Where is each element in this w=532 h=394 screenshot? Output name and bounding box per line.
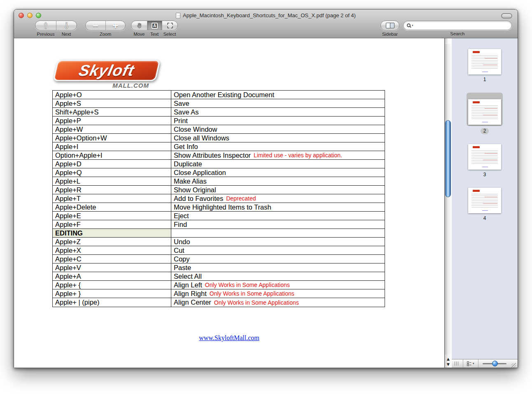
search-field[interactable]: ▾ (403, 21, 512, 30)
action-cell: Undo (171, 238, 385, 246)
mini-text-lines (471, 150, 498, 164)
search-icon (407, 23, 411, 27)
action-cell: Save (171, 99, 385, 107)
text-tool-icon: A (152, 23, 158, 29)
table-row: Apple+SSave (53, 99, 385, 108)
shortcuts-table: Apple+OOpen Another Existing DocumentApp… (52, 90, 385, 307)
action-cell: Select All (171, 272, 385, 280)
sidebar-thumbnail-page-2[interactable]: 2 (467, 93, 503, 134)
note-text: Deprecated (226, 195, 256, 202)
mode-group: A Move Text Select (131, 21, 178, 37)
next-button[interactable]: ⇩ (56, 21, 77, 30)
move-label: Move (131, 32, 147, 37)
page-number: 3 (481, 172, 489, 178)
logo-brand-text: Skyloft (77, 62, 136, 79)
shortcut-key-cell: Apple+Option+W (53, 134, 171, 142)
text-label: Text (147, 32, 162, 37)
footer-link-row: www.SkyloftMall.com (14, 334, 444, 342)
shortcut-key-cell: Apple+ { (53, 281, 171, 289)
zoom-out-button[interactable]: − (86, 21, 105, 30)
action-cell: Show Attributes InspectorLimited use - v… (171, 151, 385, 159)
thumbnail-selection-highlight (468, 49, 501, 75)
table-row: Apple+EEject (53, 212, 385, 220)
thumbnail-view-icon (467, 361, 471, 366)
table-row: Apple+WClose Window (53, 125, 385, 134)
skyloftmall-link[interactable]: www.SkyloftMall.com (199, 334, 259, 341)
action-cell: Get Info (171, 142, 385, 151)
move-tool-button[interactable] (131, 21, 147, 30)
slider-knob[interactable] (492, 361, 498, 366)
action-cell: Cut (171, 246, 385, 254)
sidebar-group: Sidebar (380, 21, 399, 37)
action-cell: Copy (171, 255, 385, 263)
action-cell: Add to FavoritesDeprecated (171, 194, 385, 203)
table-row: Apple+IGet Info (53, 142, 385, 151)
page-thumbnail[interactable] (468, 188, 501, 213)
action-cell: Align LeftOnly Works in Some Application… (171, 281, 385, 289)
up-arrow-icon: ⇧ (42, 22, 49, 30)
title-bar: Apple_Macintosh_Keyboard_Shortcuts_for_M… (14, 12, 518, 19)
page-thumbnail[interactable] (468, 99, 501, 125)
sidebar-button[interactable] (381, 21, 399, 30)
scrollbar-thumb[interactable] (445, 120, 451, 197)
action-cell: Close Application (171, 168, 385, 177)
note-text: Only Works in Some Applications (205, 282, 290, 288)
thumbnail-zoom-slider[interactable] (483, 363, 506, 364)
table-row: Apple+FFind (53, 220, 385, 229)
action-cell: Eject (171, 212, 385, 220)
scroll-up-arrow[interactable]: ▲ (447, 357, 450, 361)
shortcut-key-cell: Apple+O (53, 91, 171, 99)
sidebar-thumbnail-page-1[interactable]: 1 (468, 49, 501, 83)
thumbnail-list: 1234 (452, 38, 518, 359)
thumbnail-selection-highlight (468, 188, 501, 213)
text-tool-button[interactable]: A (147, 21, 162, 30)
action-cell: Align CenterOnly Works in Some Applicati… (171, 298, 385, 307)
previous-label: Previous (35, 32, 56, 37)
search-label: Search (403, 31, 512, 36)
view-options-button[interactable]: ▾ (463, 359, 478, 368)
thumbnail-sidebar: 1234 ▾ (452, 38, 518, 368)
mini-logo (473, 101, 480, 103)
shortcut-key-cell: Shift+Apple+S (53, 108, 171, 116)
sidebar-thumbnail-page-3[interactable]: 3 (468, 144, 501, 178)
window-chrome: Apple_Macintosh_Keyboard_Shortcuts_for_M… (14, 9, 518, 38)
mini-link-line (482, 210, 488, 211)
table-row: Apple+ZUndo (53, 238, 385, 246)
mini-red-line (485, 153, 497, 154)
thumbnail-selection-highlight (468, 144, 501, 170)
action-cell: Close Window (171, 125, 385, 133)
shortcut-key-cell: Apple+Z (53, 238, 171, 246)
shortcut-key-cell: Apple+X (53, 246, 171, 254)
table-row: Shift+Apple+SSave As (53, 108, 385, 117)
select-label: Select (162, 32, 177, 37)
shortcut-key-cell: Option+Apple+I (53, 151, 171, 159)
page-thumbnail[interactable] (468, 144, 501, 170)
mini-logo (473, 51, 480, 53)
shortcut-key-cell: Apple+E (53, 212, 171, 220)
scrollbar-arrows: ▲ ▼ (445, 354, 452, 368)
page-thumbnail[interactable] (468, 49, 501, 75)
vertical-scrollbar[interactable]: ▲ ▼ (444, 38, 452, 368)
sidebar-drag-handle-icon[interactable] (455, 361, 460, 366)
table-row: Apple+XCut (53, 246, 385, 255)
toolbar-toggle-button[interactable] (501, 13, 512, 19)
zoom-in-button[interactable]: + (105, 21, 125, 30)
zoom-label: Zoom (86, 32, 125, 37)
mini-link-line (482, 167, 488, 167)
down-arrow-icon: ⇩ (63, 22, 70, 30)
scroll-down-arrow[interactable]: ▼ (447, 363, 450, 366)
mini-red-line (483, 203, 497, 204)
mini-text-lines (471, 55, 498, 69)
previous-button[interactable]: ⇧ (35, 21, 56, 30)
minus-icon: − (92, 22, 99, 30)
action-cell: Align RightOnly Works in Some Applicatio… (171, 289, 385, 298)
search-input[interactable] (413, 23, 511, 28)
sidebar-thumbnail-page-4[interactable]: 4 (468, 188, 501, 221)
navigation-group: ⇧ ⇩ Previous Next (35, 21, 77, 37)
select-tool-button[interactable] (162, 21, 177, 30)
mini-red-line (485, 197, 497, 197)
hand-icon (136, 22, 143, 29)
table-row: Apple+QClose Application (53, 168, 385, 177)
window-resize-grip[interactable] (511, 363, 516, 368)
shortcut-key-cell: Apple+V (53, 263, 171, 272)
